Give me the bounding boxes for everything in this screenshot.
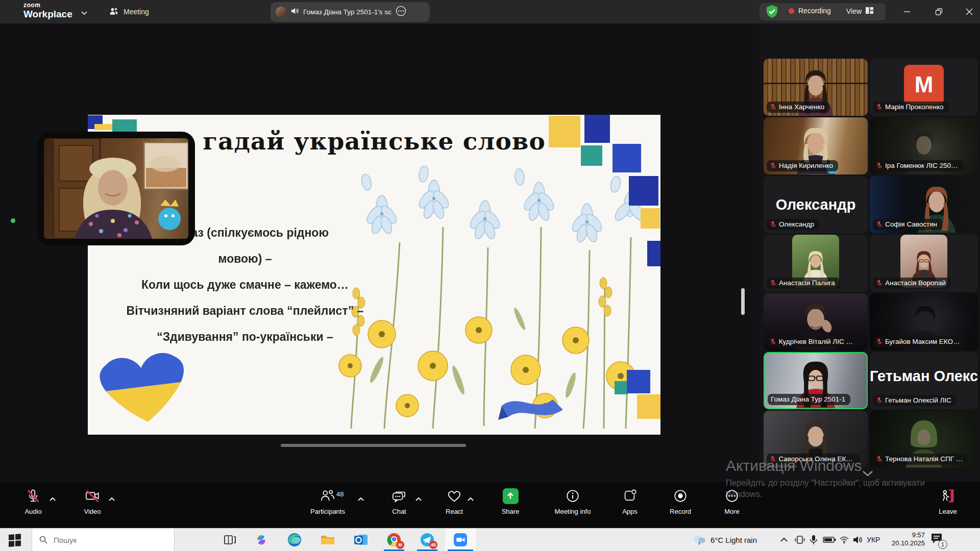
participant-name: Марія Прокопенко [885, 103, 944, 111]
decor-square [584, 115, 610, 143]
zoom-workplace-logo: zoom Workplace [23, 2, 72, 19]
participants-options-chevron[interactable] [357, 494, 364, 504]
participant-tile[interactable]: Іра Гоменюк ЛІС 250… [870, 117, 978, 174]
avatar-letter: M [904, 65, 944, 105]
slide-body-text: о зараз (спілкуємось рідною мовою) – Кол… [97, 226, 393, 356]
maximize-button[interactable] [933, 6, 944, 17]
participant-big-name: Олександр [764, 196, 868, 213]
leave-button[interactable]: Leave [923, 487, 972, 515]
title-bar: zoom Workplace Meeting Гомаз Діана Тур 2… [0, 0, 980, 23]
taskbar-chrome-button[interactable]: M [386, 532, 402, 547]
taskbar-telegram-button[interactable]: 45 [420, 532, 435, 547]
participant-tile[interactable]: Бугайов Максим ЕКО… [870, 293, 978, 350]
mic-tray-icon[interactable] [810, 529, 818, 551]
taskbar-search[interactable] [32, 529, 175, 551]
decor-square [641, 208, 660, 229]
participant-name: Інна Харченко [779, 103, 824, 111]
taskbar-explorer-button[interactable] [320, 532, 335, 547]
participants-button[interactable]: Participants 48 [300, 487, 356, 515]
more-button[interactable]: More [707, 487, 756, 515]
minimize-button[interactable] [901, 6, 913, 17]
ellipsis-icon [724, 487, 740, 505]
recording-indicator[interactable]: Recording [789, 7, 831, 15]
content-scrollbar[interactable] [741, 288, 745, 315]
mic-muted-icon [770, 456, 776, 462]
share-button[interactable]: Share [486, 487, 535, 515]
participant-tile[interactable]: Кудрічев Віталій ЛІС 2… [764, 293, 868, 350]
participant-tile[interactable]: Тернова Наталія СПГ … [870, 411, 978, 468]
zoom-meeting-window: zoom Workplace Meeting Гомаз Діана Тур 2… [0, 0, 980, 551]
record-button[interactable]: Record [656, 487, 705, 515]
chrome-badge: M [396, 541, 404, 549]
date: 20.10.2025 [888, 539, 925, 547]
battery-icon[interactable] [823, 529, 836, 551]
mic-muted-icon [26, 487, 41, 505]
participant-tile[interactable]: Гетьман Олексі… Гетьман Олексій ЛІС [870, 352, 978, 409]
weather-icon [692, 533, 706, 546]
decor-square [615, 381, 628, 394]
meeting-info-button[interactable]: Meeting info [545, 487, 601, 515]
participant-tile[interactable]: Анастасія Воропай [870, 235, 978, 292]
security-shield-icon[interactable] [765, 5, 779, 21]
participant-tile[interactable]: Надія Кириленко [764, 117, 868, 174]
task-view-button[interactable] [224, 534, 236, 548]
device-icon[interactable] [794, 529, 805, 551]
participant-tile[interactable]: Саворська Олена ЕКО… [764, 411, 868, 468]
shared-screen-tab-label: Гомаз Діана Тур 2501-1's sc [303, 8, 391, 16]
view-label: View [846, 7, 862, 15]
language-indicator[interactable]: УКР [867, 529, 880, 551]
participant-tile-active-speaker[interactable]: Гомаз Діана Тур 2501-1 [764, 352, 868, 409]
taskbar-copilot-button[interactable] [254, 532, 269, 547]
tray-chevron-up[interactable] [780, 529, 788, 551]
shared-screen-area: гадай українське слово [0, 23, 760, 482]
slide-progress-line [281, 444, 466, 447]
decor-square [581, 145, 602, 166]
react-options-chevron[interactable] [467, 494, 474, 504]
speaker-video-overlay[interactable] [37, 132, 195, 245]
notification-button[interactable]: 1 [930, 533, 943, 547]
participant-tile[interactable]: Софія Савостян [870, 176, 978, 233]
mic-muted-icon [876, 456, 883, 462]
decor-square [627, 370, 650, 393]
clock[interactable]: 9:57 20.10.2025 [888, 531, 925, 547]
camera-muted-icon [84, 487, 101, 505]
volume-icon[interactable] [852, 529, 863, 551]
mic-muted-icon [876, 221, 883, 228]
participant-name: Гетьман Олексій ЛІС [885, 396, 951, 404]
participant-tile[interactable]: Анастасія Палига [764, 235, 868, 292]
more-options-icon[interactable] [396, 6, 406, 18]
chat-icon [391, 487, 407, 505]
meeting-toolbar: Audio Video Participants 48 Chat [0, 482, 980, 528]
wifi-icon[interactable] [839, 529, 849, 551]
apps-button[interactable]: Apps [605, 487, 654, 515]
video-options-chevron[interactable] [108, 494, 115, 504]
tab-meeting[interactable]: Meeting [109, 0, 149, 23]
weather-widget[interactable]: 6°C Light rain [692, 529, 757, 551]
workspace-chevron-down-icon[interactable] [81, 8, 88, 17]
close-button[interactable] [964, 6, 975, 17]
participant-tile[interactable]: Інна Харченко [764, 59, 868, 116]
collapse-gallery-chevron-button[interactable] [856, 467, 879, 480]
view-button[interactable]: View [846, 7, 874, 16]
search-icon [39, 536, 47, 544]
taskbar-edge-button[interactable] [287, 532, 302, 547]
apps-icon [622, 487, 638, 505]
participant-tile[interactable]: Олександр Олександр [764, 176, 868, 233]
notification-count-badge: 1 [938, 540, 947, 549]
tab-shared-screen[interactable]: Гомаз Діана Тур 2501-1's sc [271, 2, 430, 22]
mic-muted-icon [876, 338, 883, 345]
mic-muted-icon [770, 162, 776, 169]
speaker-icon [290, 7, 299, 17]
start-button[interactable] [8, 533, 22, 549]
chat-options-chevron[interactable] [415, 494, 422, 504]
participant-tile[interactable]: M Марія Прокопенко [870, 59, 978, 116]
taskbar-search-input[interactable] [53, 535, 157, 545]
decor-square [612, 144, 641, 172]
participant-name: Бугайов Максим ЕКО… [885, 338, 960, 345]
decor-square [637, 394, 660, 419]
taskbar-zoom-button[interactable] [453, 532, 468, 547]
gallery-view-icon [865, 7, 874, 16]
audio-options-chevron[interactable] [49, 494, 56, 504]
weather-label: 6°C Light rain [710, 536, 757, 544]
taskbar-outlook-button[interactable] [353, 532, 369, 547]
